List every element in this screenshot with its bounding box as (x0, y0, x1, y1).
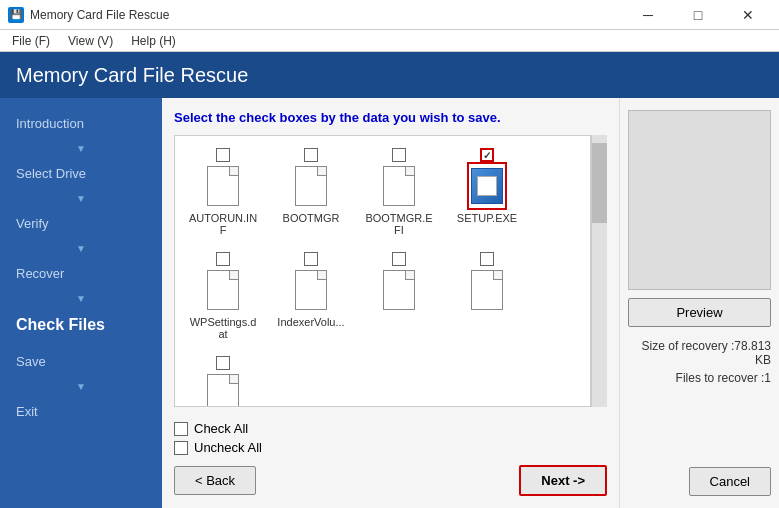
menu-help[interactable]: Help (H) (123, 32, 184, 50)
next-button[interactable]: Next -> (519, 465, 607, 496)
uncheck-all-label: Uncheck All (194, 440, 262, 455)
check-all-checkbox[interactable] (174, 422, 188, 436)
maximize-button[interactable]: □ (675, 0, 721, 30)
content-area: Select the check boxes by the data you w… (162, 98, 619, 508)
file-icon-indexer (291, 266, 331, 314)
sidebar-item-check-files[interactable]: Check Files (0, 306, 162, 344)
menu-view[interactable]: View (V) (60, 32, 121, 50)
file-checkbox-autorun[interactable] (216, 148, 230, 162)
file-checkbox-bootmgr-efi[interactable] (392, 148, 406, 162)
file-item-wpsettings[interactable]: WPSettings.dat (183, 248, 263, 344)
file-checkbox-setup[interactable]: ✓ (480, 148, 494, 162)
file-item-empty-3[interactable] (183, 352, 263, 407)
sidebar-arrow-3: ▼ (0, 291, 162, 306)
file-checkbox-empty-1[interactable] (392, 252, 406, 266)
title-bar: 💾 Memory Card File Rescue ─ □ ✕ (0, 0, 779, 30)
file-name-wpsettings: WPSettings.dat (187, 316, 259, 340)
scrollbar[interactable] (591, 135, 607, 407)
file-item-bootmgr-efi[interactable]: BOOTMGR.EFI (359, 144, 439, 240)
check-all-option[interactable]: Check All (174, 421, 607, 436)
size-label: Size of recovery : (642, 339, 735, 353)
back-button[interactable]: < Back (174, 466, 256, 495)
menu-file[interactable]: File (F) (4, 32, 58, 50)
checkmark-icon: ✓ (483, 150, 491, 161)
preview-area (628, 110, 771, 290)
sidebar-arrow-2: ▼ (0, 241, 162, 256)
file-item-bootmgr[interactable]: BOOTMGR (271, 144, 351, 240)
menu-bar: File (F) View (V) Help (H) (0, 30, 779, 52)
file-name-bootmgr: BOOTMGR (283, 212, 340, 224)
file-grid[interactable]: AUTORUN.INF BOOTMGR BOOTMGR.EFI (174, 135, 591, 407)
file-name-setup: SETUP.EXE (457, 212, 517, 224)
file-item-empty-2[interactable] (447, 248, 527, 344)
sidebar-arrow-5: ▼ (0, 379, 162, 394)
size-value: 78.813 KB (734, 339, 771, 367)
file-checkbox-indexer[interactable] (304, 252, 318, 266)
file-icon-setup (467, 162, 507, 210)
options-section: Check All Uncheck All (174, 421, 607, 455)
right-panel: Preview Size of recovery :78.813 KB File… (619, 98, 779, 508)
sidebar-item-exit[interactable]: Exit (0, 394, 162, 429)
check-all-label: Check All (194, 421, 248, 436)
files-info: Files to recover :1 (628, 371, 771, 385)
file-name-indexer: IndexerVolu... (277, 316, 344, 328)
uncheck-all-option[interactable]: Uncheck All (174, 440, 607, 455)
app-header: Memory Card File Rescue (0, 52, 779, 98)
preview-button[interactable]: Preview (628, 298, 771, 327)
file-icon-wpsettings (203, 266, 243, 314)
cancel-button[interactable]: Cancel (689, 467, 771, 496)
close-button[interactable]: ✕ (725, 0, 771, 30)
title-bar-text: Memory Card File Rescue (30, 8, 619, 22)
sidebar-item-introduction[interactable]: Introduction (0, 106, 162, 141)
size-info: Size of recovery :78.813 KB (628, 339, 771, 367)
files-label: Files to recover : (676, 371, 765, 385)
file-checkbox-wpsettings[interactable] (216, 252, 230, 266)
file-icon-bootmgr (291, 162, 331, 210)
file-grid-wrapper: AUTORUN.INF BOOTMGR BOOTMGR.EFI (174, 135, 607, 407)
sidebar: Introduction ▼ Select Drive ▼ Verify ▼ R… (0, 98, 162, 508)
sidebar-item-recover[interactable]: Recover (0, 256, 162, 291)
sidebar-item-save[interactable]: Save (0, 344, 162, 379)
file-checkbox-bootmgr[interactable] (304, 148, 318, 162)
file-item-autorun[interactable]: AUTORUN.INF (183, 144, 263, 240)
file-icon-empty-3 (203, 370, 243, 407)
main-layout: Introduction ▼ Select Drive ▼ Verify ▼ R… (0, 98, 779, 508)
file-icon-empty-1 (379, 266, 419, 314)
sidebar-item-select-drive[interactable]: Select Drive (0, 156, 162, 191)
file-item-empty-1[interactable] (359, 248, 439, 344)
sidebar-item-verify[interactable]: Verify (0, 206, 162, 241)
exe-icon (471, 168, 503, 204)
file-checkbox-empty-3[interactable] (216, 356, 230, 370)
app-icon: 💾 (8, 7, 24, 23)
file-icon-empty-2 (467, 266, 507, 314)
file-name-autorun: AUTORUN.INF (187, 212, 259, 236)
file-icon-bootmgr-efi (379, 162, 419, 210)
file-icon-autorun (203, 162, 243, 210)
file-checkbox-empty-2[interactable] (480, 252, 494, 266)
sidebar-arrow-0: ▼ (0, 141, 162, 156)
window-controls: ─ □ ✕ (625, 0, 771, 30)
file-item-setup[interactable]: ✓ SETUP.EXE (447, 144, 527, 240)
file-name-bootmgr-efi: BOOTMGR.EFI (363, 212, 435, 236)
uncheck-all-checkbox[interactable] (174, 441, 188, 455)
scrollbar-thumb[interactable] (592, 143, 607, 223)
right-bottom-buttons: Cancel (628, 467, 771, 496)
minimize-button[interactable]: ─ (625, 0, 671, 30)
sidebar-arrow-1: ▼ (0, 191, 162, 206)
app-header-title: Memory Card File Rescue (16, 64, 248, 87)
file-item-indexer[interactable]: IndexerVolu... (271, 248, 351, 344)
bottom-buttons: < Back Next -> (174, 465, 607, 496)
instruction-text: Select the check boxes by the data you w… (174, 110, 607, 125)
files-value: 1 (764, 371, 771, 385)
